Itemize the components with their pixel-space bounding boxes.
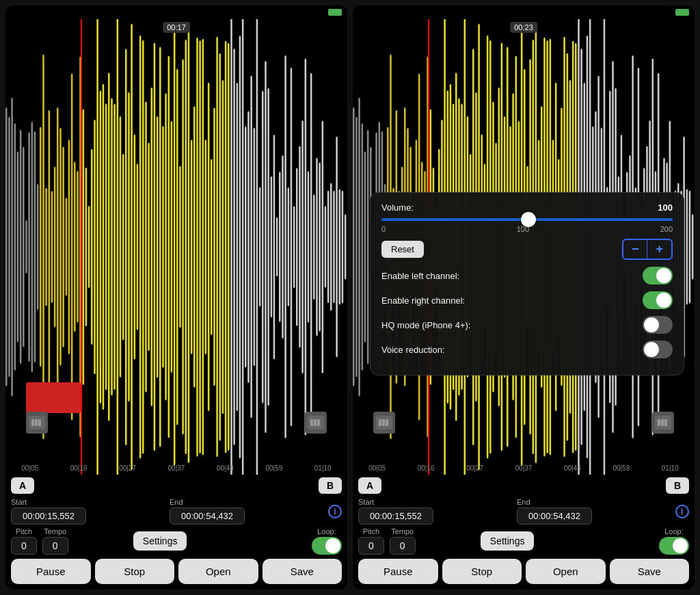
svg-rect-101: [293, 206, 295, 288]
bottom-buttons-row: Pause Stop Open Save: [353, 556, 695, 590]
svg-rect-249: [379, 419, 381, 426]
svg-rect-130: [358, 98, 360, 397]
settings-button[interactable]: Settings: [133, 531, 187, 551]
end-time-display[interactable]: 00:00:54,432: [170, 507, 245, 525]
stop-button[interactable]: Stop: [442, 559, 522, 584]
svg-rect-68: [199, 40, 201, 453]
svg-rect-36: [108, 72, 110, 421]
svg-rect-105: [305, 58, 307, 435]
svg-rect-8: [28, 132, 30, 361]
ab-buttons-row: A B: [5, 475, 347, 497]
time-marker: 01|10: [662, 464, 679, 472]
svg-rect-86: [250, 76, 252, 418]
svg-rect-245: [686, 189, 688, 304]
plus-button[interactable]: +: [647, 240, 671, 259]
svg-rect-110: [319, 163, 321, 332]
slider-row[interactable]: 0 100 200: [381, 218, 673, 233]
svg-rect-43: [128, 92, 130, 401]
svg-rect-45: [134, 135, 136, 360]
svg-rect-73: [213, 108, 215, 386]
time-marker: 00|27: [466, 464, 483, 472]
svg-rect-95: [276, 217, 278, 277]
svg-rect-12: [40, 127, 42, 367]
svg-rect-100: [291, 68, 293, 426]
svg-rect-99: [288, 187, 290, 306]
reset-button[interactable]: Reset: [381, 241, 424, 258]
svg-rect-131: [362, 123, 364, 371]
svg-rect-29: [88, 206, 90, 288]
selection-handle-right[interactable]: [652, 412, 674, 434]
selection-handle-right[interactable]: [305, 412, 327, 434]
save-button[interactable]: Save: [262, 559, 342, 584]
svg-rect-87: [254, 128, 256, 366]
a-button[interactable]: A: [358, 477, 381, 494]
svg-rect-38: [113, 104, 116, 390]
hq-mode-toggle[interactable]: [643, 316, 673, 334]
end-time-display[interactable]: 00:00:54,432: [517, 507, 592, 525]
svg-rect-24: [74, 162, 76, 332]
slider-track[interactable]: [381, 218, 673, 221]
svg-rect-83: [242, 19, 244, 475]
start-time-display[interactable]: 00:00:15,552: [11, 507, 86, 525]
svg-rect-109: [316, 158, 318, 336]
pitch-value[interactable]: 0: [358, 537, 384, 555]
tempo-value[interactable]: 0: [42, 537, 68, 555]
left-channel-toggle[interactable]: [643, 267, 673, 285]
status-bar: [353, 5, 695, 19]
start-label: Start: [358, 498, 433, 506]
svg-rect-14: [45, 188, 47, 306]
slider-min: 0: [381, 225, 386, 233]
open-button[interactable]: Open: [526, 559, 606, 584]
voice-reduction-label: Voice reduction:: [381, 345, 445, 355]
selection-handle-left[interactable]: [373, 412, 395, 434]
loop-region-marker[interactable]: [26, 382, 81, 413]
time-markers: 00|0500|1600|2700|3700|4800|5901|10: [353, 464, 695, 472]
voice-reduction-toggle[interactable]: [643, 341, 673, 358]
start-time-display[interactable]: 00:00:15,552: [358, 507, 433, 525]
save-button[interactable]: Save: [610, 559, 690, 584]
right-channel-toggle[interactable]: [643, 291, 673, 309]
time-marker: 00|05: [21, 464, 38, 472]
stop-button[interactable]: Stop: [95, 559, 175, 584]
pause-button[interactable]: Pause: [358, 559, 438, 584]
a-button[interactable]: A: [11, 477, 34, 494]
svg-rect-9: [31, 122, 33, 372]
svg-rect-31: [94, 120, 96, 374]
voice-reduction-row: Voice reduction:: [381, 341, 673, 358]
info-icon[interactable]: i: [675, 505, 689, 518]
end-label: End: [517, 498, 592, 506]
start-block: Start 00:00:15,552: [358, 498, 433, 525]
svg-rect-246: [689, 191, 691, 304]
waveform-area[interactable]: 00:23 00|0500|1600|2700|3700|4800|5901|1…: [353, 19, 695, 475]
svg-rect-96: [279, 172, 281, 321]
svg-rect-65: [191, 140, 193, 354]
svg-rect-32: [96, 19, 98, 475]
pitch-value[interactable]: 0: [11, 537, 37, 555]
svg-rect-127: [317, 419, 320, 426]
info-icon[interactable]: i: [328, 505, 342, 518]
b-button[interactable]: B: [319, 477, 342, 494]
svg-rect-71: [208, 83, 210, 411]
svg-rect-39: [117, 19, 119, 475]
start-block: Start 00:00:15,552: [11, 498, 86, 525]
tempo-value[interactable]: 0: [390, 537, 416, 555]
selection-handle-left[interactable]: [26, 412, 48, 434]
pause-button[interactable]: Pause: [11, 559, 91, 584]
svg-rect-64: [188, 31, 190, 463]
minus-button[interactable]: −: [623, 240, 647, 259]
svg-rect-125: [310, 419, 313, 426]
svg-rect-6: [23, 147, 25, 347]
waveform-area[interactable]: 00:17 00|0500|1600|2700|3700|4800|5901|1…: [5, 19, 347, 475]
svg-rect-80: [233, 49, 235, 445]
svg-rect-251: [386, 419, 388, 426]
svg-rect-67: [196, 38, 198, 457]
b-button[interactable]: B: [666, 477, 689, 494]
open-button[interactable]: Open: [178, 559, 258, 584]
loop-toggle[interactable]: [312, 537, 342, 555]
settings-button[interactable]: Settings: [481, 531, 535, 551]
time-marker: 00|16: [418, 464, 435, 472]
svg-rect-115: [333, 191, 335, 303]
svg-rect-21: [66, 198, 68, 295]
loop-toggle[interactable]: [659, 537, 689, 555]
phone-right: 00:23 00|0500|1600|2700|3700|4800|5901|1…: [353, 5, 695, 590]
